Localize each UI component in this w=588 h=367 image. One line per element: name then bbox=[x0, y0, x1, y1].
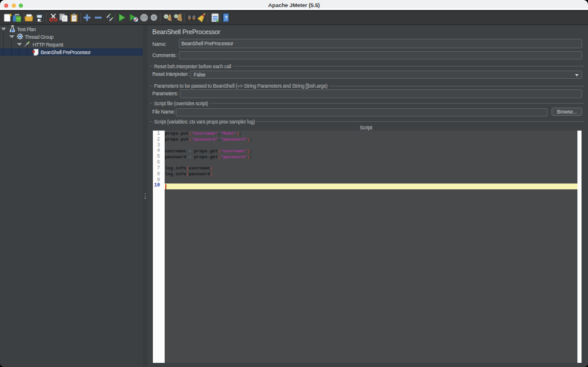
svg-text:?: ? bbox=[225, 15, 228, 21]
svg-text:STOP: STOP bbox=[141, 16, 147, 19]
